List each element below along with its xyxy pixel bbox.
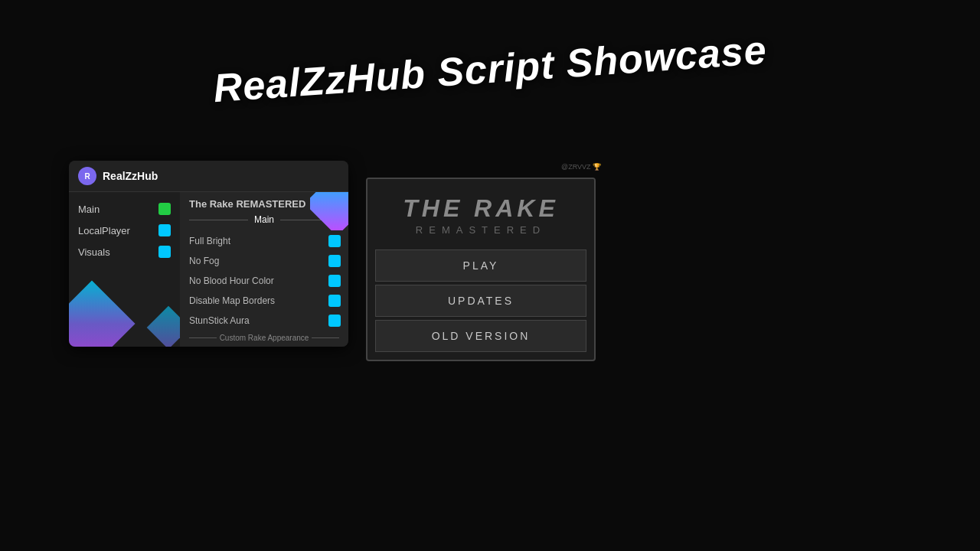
divider-line-left <box>189 337 217 338</box>
play-button[interactable]: PLAY <box>375 249 586 282</box>
game-panel: THE RAKE REMASTERED PLAY UPDATES OLD VER… <box>366 178 596 361</box>
sidebar-visuals-toggle[interactable] <box>158 246 171 258</box>
option-disable-map-borders-label: Disable Map Borders <box>189 295 275 306</box>
sidebar-main-toggle[interactable] <box>158 203 171 215</box>
game-title-sub: REMASTERED <box>375 224 586 236</box>
option-full-bright-toggle[interactable] <box>328 235 341 247</box>
option-no-blood-hour-color-toggle[interactable] <box>328 275 341 287</box>
option-stunstick-aura-toggle[interactable] <box>328 315 341 327</box>
option-no-blood-hour-color-label: No Blood Hour Color <box>189 276 274 286</box>
option-disable-map-borders[interactable]: Disable Map Borders <box>180 291 348 311</box>
sidebar-localplayer-toggle[interactable] <box>158 224 171 236</box>
option-stunstick-aura-label: StunStick Aura <box>189 315 250 326</box>
old-version-button[interactable]: OLD VERSION <box>375 320 586 352</box>
gui-hub-name: RealZzHub <box>103 170 158 182</box>
updates-button[interactable]: UPDATES <box>375 285 586 317</box>
sidebar-item-main-label: Main <box>78 204 100 215</box>
gui-sidebar: Main LocalPlayer Visuals <box>69 192 180 347</box>
option-no-fog-label: No Fog <box>189 256 219 266</box>
watermark: @ZRVVZ 🏆 <box>561 163 601 171</box>
gui-panel: R RealZzHub Main LocalPlayer Visuals The… <box>69 161 348 347</box>
sidebar-item-localplayer[interactable]: LocalPlayer <box>75 220 174 241</box>
gui-tab-main[interactable]: Main <box>248 214 280 225</box>
page-title: RealZzHub Script Showcase <box>212 27 769 111</box>
divider-line-right <box>312 337 339 338</box>
gui-header: R RealZzHub <box>69 161 348 192</box>
game-title-main: THE RAKE <box>375 194 586 223</box>
custom-rake-divider: Custom Rake Appearance <box>180 331 348 345</box>
gui-logo-icon: R <box>78 167 96 185</box>
option-no-blood-hour-color[interactable]: No Blood Hour Color <box>180 271 348 291</box>
gui-content: The Rake REMASTERED Main Full Bright No … <box>180 192 348 347</box>
corner-decoration <box>310 192 348 230</box>
sidebar-item-localplayer-label: LocalPlayer <box>78 225 130 236</box>
gui-body: Main LocalPlayer Visuals The Rake REMAST… <box>69 192 348 347</box>
option-full-bright[interactable]: Full Bright <box>180 231 348 251</box>
tab-line-left <box>189 220 248 220</box>
option-no-fog[interactable]: No Fog <box>180 251 348 271</box>
game-title-area: THE RAKE REMASTERED <box>368 179 594 246</box>
divider-label: Custom Rake Appearance <box>220 334 309 342</box>
sidebar-item-visuals-label: Visuals <box>78 246 110 258</box>
sidebar-item-main[interactable]: Main <box>75 198 174 220</box>
gui-options-list: Full Bright No Fog No Blood Hour Color D… <box>180 230 348 347</box>
option-no-fog-toggle[interactable] <box>328 255 341 267</box>
sidebar-item-visuals[interactable]: Visuals <box>75 241 174 262</box>
option-disable-map-borders-toggle[interactable] <box>328 295 341 307</box>
option-full-bright-label: Full Bright <box>189 236 230 246</box>
option-stunstick-aura[interactable]: StunStick Aura <box>180 311 348 331</box>
